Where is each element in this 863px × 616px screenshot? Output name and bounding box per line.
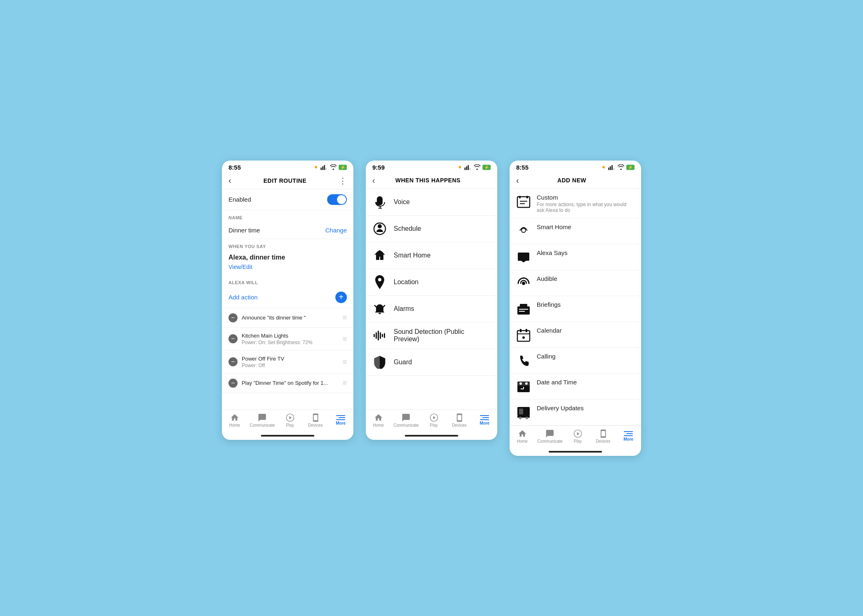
- svg-rect-36: [520, 304, 527, 307]
- nav-more-3[interactable]: More: [618, 431, 639, 441]
- svg-rect-3: [325, 168, 327, 170]
- add-alexa-says[interactable]: Alexa Says: [510, 244, 641, 270]
- add-calling-label: Calling: [537, 353, 635, 360]
- more-icon-3: [624, 431, 633, 436]
- battery-dot-1: [315, 166, 317, 168]
- add-action-button[interactable]: +: [335, 292, 347, 303]
- menu-schedule[interactable]: Schedule: [366, 216, 497, 242]
- change-button[interactable]: Change: [325, 227, 347, 234]
- bottom-nav-3: Home Communicate Play Devices: [510, 425, 641, 448]
- add-calendar[interactable]: Calendar: [510, 322, 641, 348]
- drag-handle-3[interactable]: ≡: [342, 358, 347, 366]
- nav-bar-3: ‹ ADD NEW: [510, 172, 641, 189]
- menu-voice[interactable]: Voice: [366, 189, 497, 216]
- back-button-3[interactable]: ‹: [516, 176, 519, 185]
- nav-more-label-2: More: [480, 421, 489, 425]
- drag-handle-4[interactable]: ≡: [342, 379, 347, 387]
- nav-devices-1[interactable]: Devices: [305, 413, 326, 428]
- drag-handle-2[interactable]: ≡: [342, 335, 347, 343]
- svg-rect-35: [517, 306, 530, 315]
- more-button-1[interactable]: ⋮: [339, 176, 347, 186]
- back-button-1[interactable]: ‹: [228, 176, 231, 185]
- menu-guard[interactable]: Guard: [366, 349, 497, 376]
- svg-rect-1: [322, 166, 323, 170]
- nav-play-1[interactable]: Play: [280, 413, 300, 428]
- drag-handle-1[interactable]: ≡: [342, 313, 347, 322]
- nav-bar-1: ‹ EDIT ROUTINE ⋮: [222, 172, 353, 189]
- screen1-title: EDIT ROUTINE: [231, 177, 339, 184]
- menu-sound[interactable]: Sound Detection (Public Preview): [366, 322, 497, 349]
- nav-devices-2[interactable]: Devices: [449, 413, 470, 428]
- screen3-content: Custom For more actions, type in what yo…: [510, 189, 641, 425]
- nav-communicate-1[interactable]: Communicate: [249, 413, 275, 428]
- devices-icon-1: [311, 413, 320, 422]
- menu-alarms[interactable]: Alarms: [366, 296, 497, 322]
- nav-home-label-1: Home: [229, 423, 240, 428]
- enabled-label: Enabled: [228, 196, 251, 203]
- action-text-4: Play "Dinner Time" on Spotify for 1...: [242, 380, 338, 386]
- nav-devices-label-1: Devices: [308, 423, 323, 428]
- nav-home-1[interactable]: Home: [224, 413, 245, 428]
- add-audible[interactable]: Audible: [510, 270, 641, 296]
- alexa-will-label: ALEXA WILL: [222, 275, 353, 287]
- add-smart-home[interactable]: Smart Home: [510, 218, 641, 244]
- svg-rect-41: [526, 329, 527, 332]
- menu-location[interactable]: Location: [366, 269, 497, 296]
- action-item-4: − Play "Dinner Time" on Spotify for 1...…: [222, 374, 353, 393]
- add-custom[interactable]: Custom For more actions, type in what yo…: [510, 189, 641, 218]
- home-icon-1: [230, 413, 239, 422]
- view-edit-link[interactable]: View/Edit: [222, 263, 353, 275]
- menu-guard-label: Guard: [394, 359, 412, 366]
- svg-rect-2: [324, 165, 325, 170]
- voice-phrase: Alexa, dinner time: [222, 251, 353, 263]
- nav-more-1[interactable]: More: [330, 415, 351, 425]
- svg-rect-21: [384, 333, 385, 338]
- add-action-label[interactable]: Add action: [228, 294, 258, 301]
- remove-action-4[interactable]: −: [228, 379, 238, 388]
- nav-more-2[interactable]: More: [474, 415, 495, 425]
- nav-play-3[interactable]: Play: [568, 429, 588, 444]
- svg-rect-17: [376, 332, 377, 339]
- home-icon-2: [374, 413, 383, 422]
- add-calling[interactable]: Calling: [510, 348, 641, 374]
- nav-home-2[interactable]: Home: [368, 413, 389, 428]
- svg-rect-37: [519, 309, 528, 310]
- remove-action-3[interactable]: −: [228, 357, 238, 366]
- back-button-2[interactable]: ‹: [372, 176, 375, 185]
- svg-rect-38: [519, 311, 525, 312]
- nav-home-label-2: Home: [373, 423, 384, 428]
- nav-devices-3[interactable]: Devices: [593, 429, 614, 444]
- signal-icon-1: [321, 164, 328, 170]
- svg-rect-0: [321, 168, 322, 170]
- battery-icon-1: ⚡: [339, 165, 347, 170]
- screens-container: 8:55 ⚡ ‹ EDIT ROUTINE ⋮ Enabled N: [222, 161, 641, 456]
- menu-smart-home[interactable]: Smart Home: [366, 242, 497, 269]
- nav-communicate-3[interactable]: Communicate: [537, 429, 563, 444]
- add-datetime[interactable]: Date and Time: [510, 374, 641, 400]
- nav-play-2[interactable]: Play: [424, 413, 444, 428]
- remove-action-1[interactable]: −: [228, 313, 238, 322]
- communicate-icon-2: [402, 413, 411, 422]
- smart-home-icon-3: [516, 224, 531, 239]
- play-icon-1: [286, 413, 295, 422]
- enabled-toggle[interactable]: [327, 194, 347, 205]
- add-audible-label: Audible: [537, 275, 635, 282]
- home-indicator-3: [549, 451, 602, 453]
- action-item-3: − Power Off Fire TV Power: Off ≡: [222, 351, 353, 374]
- screen-add-new: 8:55 ⚡ ‹ ADD NEW: [510, 161, 641, 456]
- nav-home-3[interactable]: Home: [512, 429, 533, 444]
- remove-action-2[interactable]: −: [228, 334, 238, 343]
- action-sub-3: Power: Off: [242, 363, 338, 368]
- svg-rect-45: [517, 382, 530, 386]
- add-smarthome-label: Smart Home: [537, 223, 635, 230]
- smart-home-icon-2: [372, 248, 387, 263]
- action-sub-2: Power: On; Set Brightness: 72%: [242, 340, 338, 345]
- when-section-label: WHEN YOU SAY: [222, 239, 353, 251]
- enabled-row: Enabled: [222, 189, 353, 210]
- svg-rect-30: [526, 196, 528, 198]
- nav-communicate-2[interactable]: Communicate: [393, 413, 419, 428]
- signal-icon-2: [464, 164, 472, 170]
- add-delivery[interactable]: Delivery Updates: [510, 400, 641, 425]
- add-briefings[interactable]: Briefings: [510, 296, 641, 322]
- status-icons-1: ⚡: [315, 164, 347, 170]
